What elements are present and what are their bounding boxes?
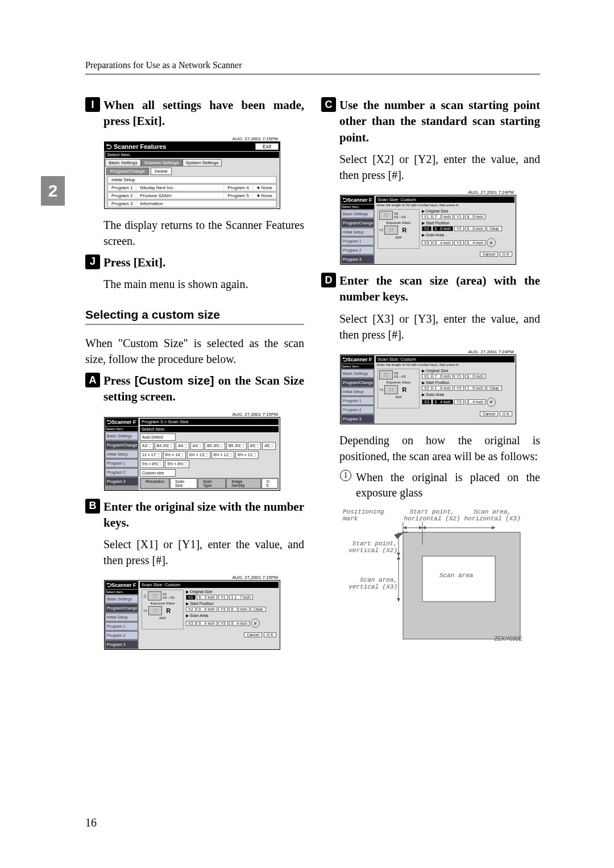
delete-button[interactable]: Delete <box>151 168 172 175</box>
x1-value: 7 . 0 inch <box>433 374 453 379</box>
exit-button[interactable]: Exit <box>255 143 279 150</box>
sidebar-prog2[interactable]: Program 2 <box>105 631 138 640</box>
sidebar-program-change[interactable]: Program/Change <box>105 604 138 612</box>
x3-button[interactable]: X3 <box>422 399 432 404</box>
auto-detect-button[interactable]: Auto Detect <box>140 433 176 441</box>
size-option[interactable]: 11 × 17⬚ <box>140 451 162 459</box>
tab-basic[interactable]: Basic Settings <box>105 159 141 166</box>
table-cell[interactable]: Program 4 <box>224 185 252 191</box>
x3-button[interactable]: X3 <box>186 621 196 626</box>
tab-scan-type[interactable]: Scan Type <box>198 478 226 489</box>
sidebar-prog3[interactable]: Program 3 <box>341 415 374 423</box>
clear-button[interactable]: Clear <box>487 226 502 231</box>
size-option[interactable]: 8½ × 14⬚ <box>163 451 186 459</box>
back-arrow-icon[interactable]: ⮌ <box>106 143 112 150</box>
ok-button[interactable]: O K <box>500 411 512 416</box>
cancel-button[interactable]: Cancel <box>480 252 498 257</box>
tab-scanner[interactable]: Scanner Settings <box>141 159 182 166</box>
y2-button[interactable]: Y2 <box>454 386 464 391</box>
x2-button[interactable]: X2 <box>422 386 432 391</box>
y3-button[interactable]: Y3 <box>218 621 228 626</box>
sidebar-basic[interactable]: Basic Settings <box>341 210 374 218</box>
back-arrow-icon[interactable]: ⮌ <box>342 197 347 203</box>
ss-date: AUG. 27,2001 7:15PM <box>104 412 280 417</box>
tab-scan-size[interactable]: Scan Size <box>170 478 197 489</box>
back-arrow-icon[interactable]: ⮌ <box>342 357 347 362</box>
sidebar-prog3[interactable]: Program 3 <box>105 477 138 486</box>
size-option[interactable]: A5⬚ <box>248 442 262 450</box>
hash-button[interactable]: # <box>251 619 260 628</box>
ok-button[interactable]: O K <box>500 252 512 257</box>
sidebar-initial[interactable]: Initial Setup <box>341 387 374 396</box>
step-9: I When all settings have been made, pres… <box>85 97 304 130</box>
y1-button[interactable]: Y1 <box>454 374 464 379</box>
y2-button[interactable]: Y2 <box>454 226 464 231</box>
sidebar-prog1[interactable]: Program 1 <box>105 622 138 631</box>
sidebar-initial[interactable]: Initial Setup <box>105 450 138 458</box>
y2-button[interactable]: Y2 <box>218 607 228 612</box>
size-option[interactable]: 5½ × 8½⬚ <box>140 460 164 468</box>
sidebar-initial[interactable]: Initial Setup <box>341 228 374 236</box>
y1-button[interactable]: Y1 <box>218 595 228 600</box>
sidebar-program-change[interactable]: Program/Change <box>341 378 374 387</box>
legend-1-text: When the original is placed on the expos… <box>356 470 540 500</box>
size-option[interactable]: 8½ × 11⬚ <box>211 451 235 459</box>
x2-button[interactable]: X2 <box>186 607 196 612</box>
x3-button[interactable]: X3 <box>422 240 432 245</box>
sidebar-prog2[interactable]: Program 2 <box>105 468 138 477</box>
size-option[interactable]: B4 JIS⬚ <box>155 442 175 450</box>
back-arrow-icon[interactable]: ⮌ <box>106 582 111 588</box>
back-arrow-icon[interactable]: ⮌ <box>106 419 111 425</box>
tab-resolution[interactable]: Resolution <box>140 478 169 489</box>
sidebar-basic[interactable]: Basic Settings <box>105 595 138 603</box>
hash-button[interactable]: # <box>487 238 496 247</box>
tab-density[interactable]: Image Density <box>226 478 260 489</box>
y3-button[interactable]: Y3 <box>454 240 464 245</box>
table-cell[interactable]: Program 5 <box>224 193 252 199</box>
step-10-result: The main menu is shown again. <box>85 276 304 292</box>
sidebar-program-change[interactable]: Program/Change <box>341 219 374 227</box>
sidebar-prog1[interactable]: Program 1 <box>105 459 138 468</box>
sidebar-program-change[interactable]: Program/Change <box>105 441 138 449</box>
cancel-button[interactable]: Cancel <box>244 632 262 637</box>
y1-button[interactable]: Y1 <box>454 214 464 219</box>
x1-button[interactable]: X1 <box>422 214 432 219</box>
size-option[interactable]: A4⬚ <box>190 442 204 450</box>
sidebar-basic[interactable]: Basic Settings <box>105 432 138 440</box>
table-cell[interactable]: Program 3 <box>108 201 136 207</box>
sidebar-prog3[interactable]: Program 3 <box>105 640 138 649</box>
size-option[interactable]: A4⬚ <box>176 442 189 450</box>
ss-date: AUG. 27,2001 7:15PM <box>104 136 280 141</box>
sidebar-prog1[interactable]: Program 1 <box>341 397 374 405</box>
size-option[interactable]: B5 JIS⬚ <box>205 442 225 450</box>
x2-button[interactable]: X2 <box>422 226 432 231</box>
table-cell[interactable]: Program 1 <box>108 185 136 191</box>
clear-button[interactable]: Clear <box>251 607 266 612</box>
custom-size-button[interactable]: Custom size <box>140 469 176 477</box>
size-option[interactable]: 8½ × 13⬚ <box>187 451 210 459</box>
clear-button[interactable]: Clear <box>487 386 502 391</box>
step-num-icon: D <box>321 273 336 287</box>
sidebar-prog1[interactable]: Program 1 <box>341 237 374 245</box>
ok-button[interactable]: O K <box>264 632 276 637</box>
x1-button[interactable]: X1 <box>422 374 432 379</box>
size-option[interactable]: B5 JIS⬚ <box>226 442 247 450</box>
cancel-button[interactable]: Cancel <box>480 411 498 416</box>
sidebar-prog3[interactable]: Program 3 <box>341 255 374 264</box>
size-option[interactable]: 8½ × 11⬚ <box>235 451 259 459</box>
sidebar-initial[interactable]: Initial Setup <box>105 613 138 621</box>
tab-system[interactable]: System Settings <box>182 159 222 166</box>
sidebar-prog2[interactable]: Program 2 <box>341 246 374 254</box>
y3-button[interactable]: Y3 <box>454 399 464 404</box>
size-option[interactable]: 5½ × 8½⬚ <box>165 460 189 468</box>
sidebar-basic[interactable]: Basic Settings <box>341 369 374 378</box>
ok-button[interactable]: O K <box>262 478 278 489</box>
program-change-button[interactable]: Program/Change <box>106 168 149 175</box>
sidebar-prog2[interactable]: Program 2 <box>341 406 374 414</box>
initial-setup[interactable]: Initial Setup <box>108 177 276 183</box>
table-cell[interactable]: Program 2 <box>108 193 136 199</box>
x1-button[interactable]: X1 <box>186 595 196 600</box>
hash-button[interactable]: # <box>487 398 496 407</box>
size-option[interactable]: A3⬚ <box>140 442 154 450</box>
size-option[interactable]: A5⬚ <box>262 442 276 450</box>
